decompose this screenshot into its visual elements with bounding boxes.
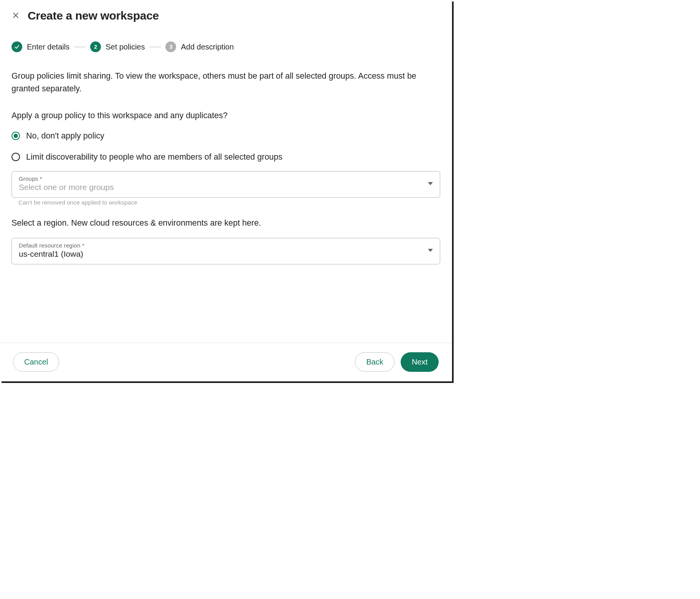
step-number: 2 — [94, 44, 97, 50]
next-button[interactable]: Next — [401, 352, 439, 372]
groups-select-label: Groups * — [19, 175, 433, 182]
radio-no-policy[interactable]: No, don't apply policy — [12, 131, 440, 141]
policies-description: Group policies limit sharing. To view th… — [12, 70, 440, 96]
step-label: Set policies — [106, 43, 145, 51]
create-workspace-dialog: Create a new workspace Enter details 2 S… — [0, 0, 452, 381]
chevron-down-icon — [428, 181, 433, 188]
back-button[interactable]: Back — [355, 352, 394, 372]
policies-question: Apply a group policy to this workspace a… — [12, 111, 440, 120]
radio-button-icon — [12, 153, 20, 161]
cancel-button[interactable]: Cancel — [13, 352, 59, 372]
footer-right-buttons: Back Next — [355, 352, 439, 372]
close-icon — [12, 11, 20, 21]
radio-label: Limit discoverability to people who are … — [26, 152, 282, 162]
groups-helper-text: Can't be removed once applied to workspa… — [18, 199, 440, 206]
radio-button-icon — [12, 132, 20, 140]
region-select-label: Default resource region * — [19, 242, 433, 249]
step-set-policies[interactable]: 2 Set policies — [90, 41, 145, 52]
step-label: Enter details — [27, 43, 69, 51]
policy-radio-group: No, don't apply policy Limit discoverabi… — [12, 131, 440, 162]
chevron-down-icon — [428, 248, 433, 254]
dialog-title: Create a new workspace — [28, 9, 159, 22]
region-select[interactable]: Default resource region * us-central1 (I… — [12, 238, 440, 264]
step-completed-icon — [12, 41, 22, 52]
dialog-content: Group policies limit sharing. To view th… — [0, 52, 452, 343]
step-connector — [74, 47, 86, 47]
groups-select-placeholder: Select one or more groups — [19, 183, 114, 191]
dialog-footer: Cancel Back Next — [0, 343, 452, 381]
groups-select[interactable]: Groups * Select one or more groups — [12, 171, 440, 198]
radio-label: No, don't apply policy — [26, 131, 104, 141]
step-number: 3 — [170, 44, 173, 50]
radio-limit-discoverability[interactable]: Limit discoverability to people who are … — [12, 152, 440, 162]
step-enter-details[interactable]: Enter details — [12, 41, 69, 52]
step-label: Add description — [181, 43, 234, 51]
dialog-header: Create a new workspace — [0, 0, 452, 22]
stepper: Enter details 2 Set policies 3 Add descr… — [0, 22, 452, 52]
step-connector — [149, 47, 161, 47]
step-number-badge: 2 — [90, 41, 101, 52]
region-prompt: Select a region. New cloud resources & e… — [12, 218, 440, 228]
step-add-description[interactable]: 3 Add description — [165, 41, 234, 52]
close-button[interactable] — [12, 11, 20, 21]
step-number-badge: 3 — [165, 41, 176, 52]
region-select-value: us-central1 (Iowa) — [19, 249, 83, 258]
